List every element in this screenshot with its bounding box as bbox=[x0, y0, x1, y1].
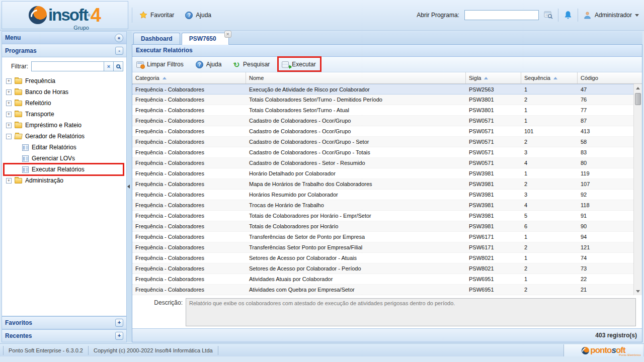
clear-filters-label: Limpar Filtros bbox=[147, 61, 184, 68]
execute-button[interactable]: Executar bbox=[282, 61, 315, 68]
question-circle-icon: ? bbox=[196, 61, 203, 68]
table-row[interactable]: Frequência - ColaboradoresExecução de At… bbox=[132, 84, 633, 95]
table-row[interactable]: Frequência - ColaboradoresSetores de Ace… bbox=[132, 263, 633, 274]
tree-item-administracao[interactable]: +Administração bbox=[2, 175, 126, 186]
collapse-programs-button[interactable]: - bbox=[115, 47, 123, 55]
table-row[interactable]: Frequência - ColaboradoresTransferências… bbox=[132, 232, 633, 242]
open-program-input[interactable] bbox=[464, 10, 539, 20]
help-button-toolbar[interactable]: ? Ajuda bbox=[196, 61, 222, 68]
table-row[interactable]: Frequência - ColaboradoresTransferências… bbox=[132, 242, 633, 253]
table-cell: Totais Colaboradores Setor/Turno - Atual bbox=[246, 105, 466, 115]
help-button[interactable]: ? Ajuda bbox=[185, 12, 211, 19]
table-row[interactable]: Frequência - ColaboradoresTotais Colabor… bbox=[132, 105, 633, 116]
column-header-codigo[interactable]: Código bbox=[578, 72, 642, 83]
notifications-button[interactable] bbox=[564, 11, 573, 20]
table-cell: PSW6951 bbox=[466, 274, 521, 284]
sort-asc-icon bbox=[163, 77, 167, 79]
expand-favorites-button[interactable]: + bbox=[115, 319, 123, 327]
table-row[interactable]: Frequência - ColaboradoresCadastro de Co… bbox=[132, 147, 633, 158]
sidebar-splitter[interactable] bbox=[127, 31, 132, 342]
tree-item-frequencia[interactable]: +Frequência bbox=[2, 75, 126, 86]
table-row[interactable]: Frequência - ColaboradoresHorários Resum… bbox=[132, 190, 633, 200]
tree-item-banco-de-horas[interactable]: +Banco de Horas bbox=[2, 86, 126, 98]
scrollbar-down-button[interactable] bbox=[634, 287, 642, 295]
close-tab-icon[interactable]: ✕ bbox=[224, 31, 231, 38]
table-row[interactable]: Frequência - ColaboradoresTotais de Cola… bbox=[132, 211, 633, 221]
expand-icon[interactable]: + bbox=[6, 178, 12, 184]
table-cell: PSW3981 bbox=[466, 200, 521, 210]
filter-clear-button[interactable]: × bbox=[104, 61, 114, 71]
table-row[interactable]: Frequência - ColaboradoresAtividades com… bbox=[132, 285, 633, 295]
table-cell: Trocas de Horário de Trabalho bbox=[246, 200, 466, 210]
table-row[interactable]: Frequência - ColaboradoresCadastro de Co… bbox=[132, 137, 633, 147]
table-cell: Frequência - Colaboradores bbox=[132, 221, 246, 231]
expand-icon[interactable]: + bbox=[6, 112, 12, 117]
table-cell: PSW0571 bbox=[466, 116, 521, 126]
search-button[interactable]: ↻ Pesquisar bbox=[233, 61, 270, 68]
column-header-sequencia[interactable]: Sequência bbox=[521, 72, 578, 83]
favorites-panel-header[interactable]: Favoritos + bbox=[2, 316, 127, 329]
description-field[interactable]: Relatório que exibe os colaboradores com… bbox=[186, 298, 636, 326]
expand-icon[interactable]: + bbox=[6, 89, 12, 95]
table-row[interactable]: Frequência - ColaboradoresCadastro de Co… bbox=[132, 158, 633, 168]
table-cell: PSW8021 bbox=[466, 253, 521, 263]
table-cell: Cadastro de Colaboradores - Ocor/Grupo -… bbox=[246, 137, 466, 147]
column-header-sigla[interactable]: Sigla bbox=[466, 72, 521, 83]
table-row[interactable]: Frequência - ColaboradoresSetores de Ace… bbox=[132, 253, 633, 263]
tree-item-gerador-de-relatorios[interactable]: -Gerador de Relatórios bbox=[2, 131, 126, 142]
tree-item-refeitorio[interactable]: +Refeitório bbox=[2, 98, 126, 109]
table-cell: PSW8021 bbox=[466, 263, 521, 274]
collapse-icon[interactable]: - bbox=[6, 134, 12, 139]
expand-recents-button[interactable]: + bbox=[115, 332, 123, 340]
tab-dashboard[interactable]: Dashboard bbox=[133, 33, 180, 44]
table-cell: Frequência - Colaboradores bbox=[132, 242, 246, 252]
program-lookup-button[interactable] bbox=[544, 11, 553, 19]
tree-item-transporte[interactable]: +Transporte bbox=[2, 109, 126, 120]
user-menu[interactable]: Administrador bbox=[583, 11, 639, 20]
collapse-sidebar-button[interactable]: « bbox=[115, 34, 123, 42]
tree-item-label: Refeitório bbox=[25, 100, 51, 107]
filter-input[interactable] bbox=[31, 61, 104, 71]
table-row[interactable]: Frequência - ColaboradoresCadastro de Co… bbox=[132, 126, 633, 137]
table-cell: 4 bbox=[521, 200, 578, 210]
help-label: Ajuda bbox=[206, 61, 222, 68]
separator bbox=[558, 9, 558, 22]
table-cell: 87 bbox=[578, 116, 633, 126]
expand-icon[interactable]: + bbox=[6, 101, 12, 106]
table-row[interactable]: Frequência - ColaboradoresCadastro de Co… bbox=[132, 116, 633, 126]
programs-panel-body: Filtrar: × +Frequência+Banco de Horas+Re… bbox=[2, 57, 127, 316]
table-cell: PSW3981 bbox=[466, 221, 521, 231]
column-header-categoria[interactable]: Categoria bbox=[132, 72, 246, 83]
tab-psw7650[interactable]: PSW7650 ✕ bbox=[182, 33, 229, 45]
clear-filters-button[interactable]: Limpar Filtros bbox=[136, 61, 184, 68]
table-row[interactable]: Frequência - ColaboradoresHorário Detalh… bbox=[132, 168, 633, 179]
table-row[interactable]: Frequência - ColaboradoresAtividades Atu… bbox=[132, 274, 633, 285]
column-label: Categoria bbox=[135, 72, 159, 83]
table-cell: 22 bbox=[578, 274, 633, 284]
table-row[interactable]: Frequência - ColaboradoresTrocas de Horá… bbox=[132, 200, 633, 211]
tree-item-gerenciar-lovs[interactable]: Gerenciar LOVs bbox=[2, 153, 126, 164]
favorite-button[interactable]: Favoritar bbox=[139, 11, 174, 19]
filter-search-button[interactable] bbox=[113, 61, 123, 71]
expand-icon[interactable]: + bbox=[6, 78, 12, 84]
menu-panel-header: Menu « bbox=[2, 31, 127, 44]
table-cell: PSW0571 bbox=[466, 126, 521, 136]
scrollbar-up-button[interactable] bbox=[634, 84, 642, 92]
tree-item-editar-relatorios[interactable]: Editar Relatórios bbox=[2, 142, 126, 153]
tree-item-emprestimo-e-rateio[interactable]: +Empréstimo e Rateio bbox=[2, 120, 126, 131]
column-label: Sequência bbox=[524, 72, 550, 83]
table-row[interactable]: Frequência - ColaboradoresMapa de Horári… bbox=[132, 179, 633, 190]
expand-icon[interactable]: + bbox=[6, 123, 12, 128]
vertical-scrollbar[interactable] bbox=[633, 84, 642, 295]
programs-title: Programas bbox=[5, 47, 37, 54]
column-header-nome[interactable]: Nome bbox=[246, 72, 466, 83]
description-label: Descrição: bbox=[132, 298, 186, 326]
table-row[interactable]: Frequência - ColaboradoresTotais Colabor… bbox=[132, 95, 633, 105]
recents-panel-header[interactable]: Recentes + bbox=[2, 329, 127, 342]
menu-title: Menu bbox=[5, 34, 21, 41]
scrollbar-thumb[interactable] bbox=[635, 93, 641, 105]
tree-item-executar-relatorios[interactable]: Executar Relatórios bbox=[2, 164, 126, 175]
table-row[interactable]: Frequência - ColaboradoresTotais de Cola… bbox=[132, 221, 633, 232]
programs-panel-header[interactable]: Programas - bbox=[2, 44, 127, 57]
splitter-collapse-icon[interactable] bbox=[127, 185, 130, 189]
